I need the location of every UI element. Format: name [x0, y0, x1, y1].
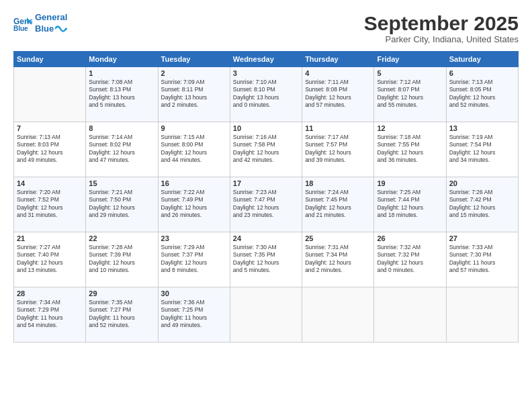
day-number: 5 — [377, 69, 443, 77]
svg-text:Blue: Blue — [13, 25, 28, 31]
day-cell: 19Sunrise: 7:25 AMSunset: 7:44 PMDayligh… — [374, 177, 446, 232]
day-number: 20 — [449, 179, 515, 187]
day-cell: 15Sunrise: 7:21 AMSunset: 7:50 PMDayligh… — [86, 177, 158, 232]
day-info: Sunrise: 7:13 AMSunset: 8:03 PMDaylight:… — [17, 134, 63, 163]
day-number: 22 — [89, 234, 154, 242]
title-block: September 2025 Parker City, Indiana, Uni… — [364, 12, 519, 44]
day-number: 17 — [233, 179, 299, 187]
day-info: Sunrise: 7:23 AMSunset: 7:47 PMDaylight:… — [233, 189, 279, 218]
day-number: 4 — [305, 69, 371, 77]
day-cell — [374, 287, 446, 342]
week-row-5: 28Sunrise: 7:34 AMSunset: 7:29 PMDayligh… — [14, 287, 519, 342]
day-cell — [14, 67, 86, 122]
day-number: 23 — [161, 234, 227, 242]
location: Parker City, Indiana, United States — [364, 34, 519, 44]
day-info: Sunrise: 7:32 AMSunset: 7:32 PMDaylight:… — [377, 244, 423, 273]
day-cell: 26Sunrise: 7:32 AMSunset: 7:32 PMDayligh… — [374, 232, 446, 287]
day-info: Sunrise: 7:30 AMSunset: 7:35 PMDaylight:… — [233, 244, 279, 273]
day-number: 11 — [305, 124, 371, 132]
day-number: 1 — [89, 69, 154, 77]
day-number: 14 — [17, 179, 83, 187]
day-number: 19 — [377, 179, 443, 187]
day-cell — [230, 287, 302, 342]
day-info: Sunrise: 7:15 AMSunset: 8:00 PMDaylight:… — [161, 134, 208, 163]
day-number: 24 — [233, 234, 299, 242]
day-cell: 22Sunrise: 7:28 AMSunset: 7:39 PMDayligh… — [86, 232, 158, 287]
day-number: 30 — [161, 289, 227, 298]
weekday-header-row: SundayMondayTuesdayWednesdayThursdayFrid… — [14, 52, 519, 67]
day-cell: 10Sunrise: 7:16 AMSunset: 7:58 PMDayligh… — [230, 122, 302, 177]
day-cell: 3Sunrise: 7:10 AMSunset: 8:10 PMDaylight… — [230, 67, 302, 122]
day-cell: 1Sunrise: 7:08 AMSunset: 8:13 PMDaylight… — [86, 67, 158, 122]
day-cell: 13Sunrise: 7:19 AMSunset: 7:54 PMDayligh… — [446, 122, 518, 177]
day-info: Sunrise: 7:36 AMSunset: 7:25 PMDaylight:… — [161, 299, 208, 328]
day-info: Sunrise: 7:16 AMSunset: 7:58 PMDaylight:… — [233, 134, 279, 163]
logo-blue: Blue — [35, 24, 67, 35]
day-info: Sunrise: 7:29 AMSunset: 7:37 PMDaylight:… — [161, 244, 208, 273]
day-info: Sunrise: 7:17 AMSunset: 7:57 PMDaylight:… — [305, 134, 351, 163]
day-info: Sunrise: 7:08 AMSunset: 8:13 PMDaylight:… — [89, 79, 135, 108]
day-cell: 27Sunrise: 7:33 AMSunset: 7:30 PMDayligh… — [446, 232, 518, 287]
day-cell — [446, 287, 518, 342]
day-info: Sunrise: 7:31 AMSunset: 7:34 PMDaylight:… — [305, 244, 351, 273]
day-cell: 16Sunrise: 7:22 AMSunset: 7:49 PMDayligh… — [158, 177, 230, 232]
day-info: Sunrise: 7:09 AMSunset: 8:11 PMDaylight:… — [161, 79, 208, 108]
week-row-4: 21Sunrise: 7:27 AMSunset: 7:40 PMDayligh… — [14, 232, 519, 287]
day-info: Sunrise: 7:33 AMSunset: 7:30 PMDaylight:… — [449, 244, 496, 273]
day-cell: 7Sunrise: 7:13 AMSunset: 8:03 PMDaylight… — [14, 122, 86, 177]
logo: General Blue General Blue — [13, 12, 67, 35]
weekday-header-sunday: Sunday — [14, 52, 86, 67]
day-cell: 17Sunrise: 7:23 AMSunset: 7:47 PMDayligh… — [230, 177, 302, 232]
day-cell: 29Sunrise: 7:35 AMSunset: 7:27 PMDayligh… — [86, 287, 158, 342]
day-cell: 11Sunrise: 7:17 AMSunset: 7:57 PMDayligh… — [302, 122, 374, 177]
day-number: 13 — [449, 124, 515, 132]
day-cell: 30Sunrise: 7:36 AMSunset: 7:25 PMDayligh… — [158, 287, 230, 342]
day-number: 7 — [17, 124, 83, 132]
day-number: 8 — [89, 124, 154, 132]
month-title: September 2025 — [364, 12, 519, 34]
day-info: Sunrise: 7:10 AMSunset: 8:10 PMDaylight:… — [233, 79, 279, 108]
weekday-header-tuesday: Tuesday — [158, 52, 230, 67]
day-cell: 12Sunrise: 7:18 AMSunset: 7:55 PMDayligh… — [374, 122, 446, 177]
logo-icon: General Blue — [13, 16, 32, 31]
day-cell: 4Sunrise: 7:11 AMSunset: 8:08 PMDaylight… — [302, 67, 374, 122]
day-cell — [302, 287, 374, 342]
day-info: Sunrise: 7:12 AMSunset: 8:07 PMDaylight:… — [377, 79, 423, 108]
day-cell: 20Sunrise: 7:26 AMSunset: 7:42 PMDayligh… — [446, 177, 518, 232]
logo-general: General — [35, 12, 67, 24]
calendar-page: General Blue General Blue September 2025… — [0, 0, 532, 411]
day-cell: 18Sunrise: 7:24 AMSunset: 7:45 PMDayligh… — [302, 177, 374, 232]
day-info: Sunrise: 7:21 AMSunset: 7:50 PMDaylight:… — [89, 189, 135, 218]
day-info: Sunrise: 7:13 AMSunset: 8:05 PMDaylight:… — [449, 79, 496, 108]
day-cell: 23Sunrise: 7:29 AMSunset: 7:37 PMDayligh… — [158, 232, 230, 287]
logo-wave-icon — [55, 24, 67, 34]
day-info: Sunrise: 7:19 AMSunset: 7:54 PMDaylight:… — [449, 134, 496, 163]
day-number: 10 — [233, 124, 299, 132]
day-info: Sunrise: 7:35 AMSunset: 7:27 PMDaylight:… — [89, 299, 135, 328]
weekday-header-thursday: Thursday — [302, 52, 374, 67]
day-number: 16 — [161, 179, 227, 187]
day-number: 26 — [377, 234, 443, 242]
day-info: Sunrise: 7:14 AMSunset: 8:02 PMDaylight:… — [89, 134, 135, 163]
day-cell: 24Sunrise: 7:30 AMSunset: 7:35 PMDayligh… — [230, 232, 302, 287]
day-info: Sunrise: 7:24 AMSunset: 7:45 PMDaylight:… — [305, 189, 351, 218]
day-number: 15 — [89, 179, 154, 187]
day-cell: 28Sunrise: 7:34 AMSunset: 7:29 PMDayligh… — [14, 287, 86, 342]
weekday-header-monday: Monday — [86, 52, 158, 67]
weekday-header-wednesday: Wednesday — [230, 52, 302, 67]
header: General Blue General Blue September 2025… — [13, 12, 519, 44]
day-number: 21 — [17, 234, 83, 242]
day-info: Sunrise: 7:18 AMSunset: 7:55 PMDaylight:… — [377, 134, 423, 163]
day-info: Sunrise: 7:11 AMSunset: 8:08 PMDaylight:… — [305, 79, 351, 108]
day-cell: 21Sunrise: 7:27 AMSunset: 7:40 PMDayligh… — [14, 232, 86, 287]
day-cell: 5Sunrise: 7:12 AMSunset: 8:07 PMDaylight… — [374, 67, 446, 122]
day-cell: 25Sunrise: 7:31 AMSunset: 7:34 PMDayligh… — [302, 232, 374, 287]
day-info: Sunrise: 7:27 AMSunset: 7:40 PMDaylight:… — [17, 244, 63, 273]
day-cell: 9Sunrise: 7:15 AMSunset: 8:00 PMDaylight… — [158, 122, 230, 177]
day-cell: 2Sunrise: 7:09 AMSunset: 8:11 PMDaylight… — [158, 67, 230, 122]
day-number: 9 — [161, 124, 227, 132]
day-number: 2 — [161, 69, 227, 77]
week-row-1: 1Sunrise: 7:08 AMSunset: 8:13 PMDaylight… — [14, 67, 519, 122]
day-cell: 6Sunrise: 7:13 AMSunset: 8:05 PMDaylight… — [446, 67, 518, 122]
day-number: 6 — [449, 69, 515, 77]
